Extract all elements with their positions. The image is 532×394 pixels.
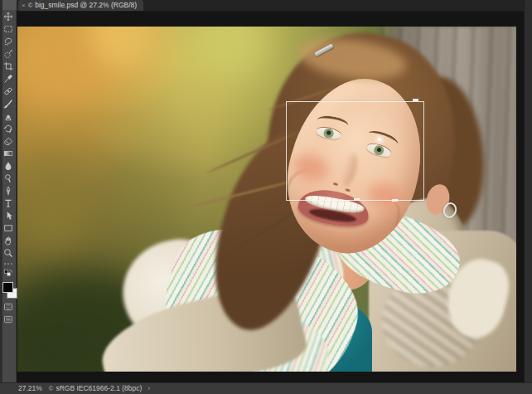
document-tab-bar: × © big_smile.psd @ 27.2% (RGB/8) — [17, 0, 524, 12]
eyedropper-tool-icon — [3, 74, 13, 84]
brush-tool-button[interactable] — [0, 97, 17, 109]
canvas-area[interactable] — [17, 11, 524, 382]
bokeh-highlight — [190, 27, 266, 78]
quick-mask-button[interactable] — [0, 300, 17, 313]
move-tool-icon — [3, 12, 13, 22]
photoshop-document-window: × © big_smile.psd @ 27.2% (RGB/8) — [0, 0, 532, 394]
status-bar: 27.21% © sRGB IEC61966-2.1 (8bpc) › — [0, 382, 532, 394]
crop-tool-button[interactable] — [0, 60, 17, 72]
rectangular-marquee-tool-icon — [3, 24, 13, 34]
hand-tool-icon — [3, 236, 13, 246]
selection-tick — [354, 198, 360, 201]
edit-toolbar-button[interactable] — [0, 259, 17, 269]
zoom-tool-icon — [3, 248, 13, 258]
zoom-tool-button[interactable] — [0, 246, 17, 259]
blur-tool-icon — [3, 161, 13, 171]
selection-tick — [392, 199, 398, 202]
lasso-tool-button[interactable] — [0, 35, 17, 47]
profile-badge-icon: © — [49, 385, 54, 392]
path-selection-tool-button[interactable] — [0, 209, 17, 221]
history-brush-tool-icon — [3, 124, 13, 134]
tab-badge-icon: © — [28, 0, 33, 11]
tools-panel-header[interactable] — [0, 0, 17, 10]
color-swatches — [0, 280, 17, 300]
spot-healing-brush-tool-icon — [3, 86, 13, 96]
history-brush-tool-button[interactable] — [0, 122, 17, 134]
document-profile-text: sRGB IEC61966-2.1 (8bpc) — [56, 384, 142, 392]
clone-stamp-tool-icon — [3, 111, 13, 121]
screen-mode-button[interactable] — [0, 313, 17, 325]
clone-stamp-tool-button[interactable] — [0, 109, 17, 122]
zoom-level-field[interactable]: 27.21% — [18, 384, 42, 392]
eraser-tool-button[interactable] — [0, 134, 17, 147]
type-tool-button[interactable] — [0, 197, 17, 209]
default-swap-colors-button[interactable] — [0, 269, 17, 279]
gradient-tool-icon — [3, 148, 13, 158]
rectangular-marquee-tool-button[interactable] — [0, 22, 17, 35]
status-menu-arrow-icon[interactable]: › — [148, 384, 150, 392]
selection-rectangle[interactable] — [286, 101, 424, 201]
crop-tool-icon — [3, 61, 13, 71]
document-tab[interactable]: × © big_smile.psd @ 27.2% (RGB/8) — [18, 0, 143, 11]
default-swap-colors-icon — [3, 269, 13, 279]
toolbar-tools — [0, 10, 17, 259]
rectangle-tool-icon — [3, 223, 13, 233]
brush-tool-icon — [3, 99, 13, 109]
screen-mode-icon — [3, 314, 13, 324]
photo-big-smile[interactable] — [17, 27, 516, 372]
pen-tool-icon — [3, 186, 13, 196]
quick-mask-icon — [3, 302, 13, 312]
eyedropper-tool-button[interactable] — [0, 72, 17, 85]
foreground-color-swatch[interactable] — [2, 282, 13, 293]
tab-close-icon[interactable]: × — [22, 0, 26, 11]
tab-title: big_smile.psd @ 27.2% (RGB/8) — [35, 0, 137, 11]
quick-selection-tool-button[interactable] — [0, 47, 17, 60]
rectangle-tool-button[interactable] — [0, 221, 17, 234]
edit-toolbar-icon — [3, 259, 13, 269]
document-profile-menu[interactable]: © sRGB IEC61966-2.1 (8bpc) › — [49, 384, 150, 392]
eraser-tool-icon — [3, 136, 13, 146]
eyebrow-piercing-sparkle — [377, 137, 382, 142]
dodge-tool-button[interactable] — [0, 172, 17, 184]
window-frame-right — [524, 0, 532, 394]
move-tool-button[interactable] — [0, 10, 17, 22]
blur-tool-button[interactable] — [0, 159, 17, 172]
spot-healing-brush-tool-button[interactable] — [0, 85, 17, 97]
hand-tool-button[interactable] — [0, 234, 17, 246]
foliage-shadow — [17, 151, 91, 251]
selection-tick — [413, 99, 418, 101]
tools-panel — [0, 0, 17, 382]
path-selection-tool-icon — [3, 211, 13, 221]
lasso-tool-icon — [3, 36, 13, 46]
gradient-tool-button[interactable] — [0, 147, 17, 159]
dodge-tool-icon — [3, 173, 13, 183]
quick-selection-tool-icon — [3, 49, 13, 59]
type-tool-icon — [3, 198, 13, 208]
pen-tool-button[interactable] — [0, 184, 17, 197]
